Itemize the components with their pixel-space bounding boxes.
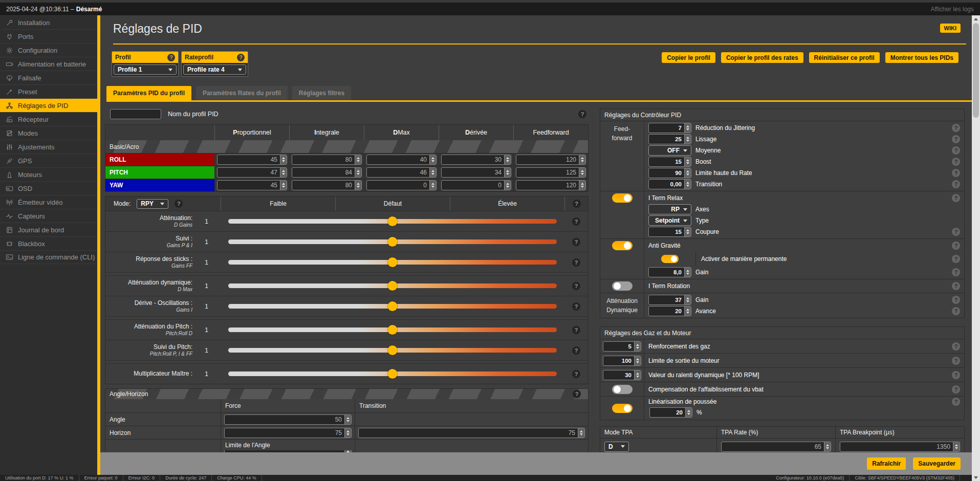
roll-i-input[interactable]: 80 — [292, 155, 362, 165]
sidebar-item-receiver[interactable]: Récepteur — [0, 112, 97, 126]
spinner[interactable] — [504, 155, 511, 164]
slider-knob[interactable] — [388, 301, 398, 311]
help-icon[interactable]: ? — [952, 242, 960, 250]
sidebar-item-blackbox[interactable]: Blackbox — [0, 236, 97, 250]
horizon-transition-input[interactable]: 75 — [358, 428, 585, 438]
help-icon[interactable]: ? — [952, 307, 960, 315]
help-icon[interactable]: ? — [572, 258, 580, 267]
dyn-damping-gain-input[interactable]: 37 — [648, 295, 691, 305]
yaw-d-input[interactable]: 0 — [441, 180, 511, 190]
sidebar-item-modes[interactable]: Modes — [0, 126, 97, 140]
spinner[interactable] — [684, 180, 691, 189]
slider-knob[interactable] — [388, 369, 398, 379]
spinner[interactable] — [355, 168, 361, 177]
help-icon[interactable]: ? — [572, 238, 580, 246]
help-icon[interactable]: ? — [952, 194, 960, 202]
ff-boost-input[interactable]: 15 — [648, 157, 691, 167]
sidebar-item-logbook[interactable]: Journal de bord — [0, 223, 97, 236]
anti-gravity-gain-input[interactable]: 8,0 — [648, 267, 691, 277]
ff-smoothing-input[interactable]: 25 — [648, 134, 691, 144]
iterm-relax-type-select[interactable]: Setpoint — [648, 215, 691, 226]
throttle-boost-input[interactable]: 5 — [603, 341, 641, 352]
yaw-dmax-input[interactable]: 0 — [366, 180, 437, 190]
sidebar-item-adjustments[interactable]: Ajustements — [0, 140, 97, 154]
wiki-button[interactable]: WIKI — [940, 24, 961, 33]
pitch-i-input[interactable]: 84 — [292, 167, 362, 178]
sidebar-item-motors[interactable]: Moteurs — [0, 167, 97, 181]
profile-help-icon[interactable]: ? — [167, 54, 175, 61]
help-icon[interactable]: ? — [952, 124, 960, 132]
pid-profile-name-input[interactable] — [110, 109, 161, 119]
sidebar-item-ports[interactable]: Ports — [0, 29, 97, 43]
vertical-scrollbar[interactable] — [972, 15, 980, 481]
anti-gravity-permanent-toggle[interactable] — [661, 255, 679, 263]
spinner[interactable] — [634, 356, 641, 365]
sidebar-item-preset[interactable]: Preset — [0, 84, 97, 98]
show-all-pids-button[interactable]: Montrer tous les PIDs — [885, 52, 959, 63]
rateprofile-select[interactable]: Profile rate 4 — [183, 64, 246, 75]
help-icon[interactable]: ? — [952, 398, 960, 406]
copy-rateprofile-button[interactable]: Copier le profil des rates — [721, 52, 803, 63]
angle-strength-input[interactable]: 50 — [224, 414, 352, 425]
iterm-relax-axes-select[interactable]: RP — [648, 204, 691, 214]
slider-mode-select[interactable]: RPY — [137, 199, 168, 209]
spinner[interactable] — [685, 408, 692, 417]
spinner[interactable] — [504, 168, 511, 177]
slider-knob[interactable] — [388, 237, 398, 247]
sidebar-item-cli[interactable]: Ligne de commande (CLI) — [0, 250, 97, 264]
help-icon[interactable]: ? — [952, 146, 960, 155]
pitch-d-input[interactable]: 34 — [441, 167, 511, 178]
tab-filter-settings[interactable]: Réglages filtres — [292, 86, 351, 100]
spinner[interactable] — [429, 168, 436, 177]
sidebar-item-osd[interactable]: OSD — [0, 181, 97, 195]
spinner[interactable] — [429, 181, 436, 190]
sidebar-item-power-battery[interactable]: Alimentation et batterie — [0, 57, 97, 71]
sidebar-item-gps[interactable]: GPS — [0, 154, 97, 167]
tab-pid-settings[interactable]: Paramètres PID du profil — [106, 86, 191, 100]
roll-d-input[interactable]: 30 — [441, 155, 511, 165]
spinner[interactable] — [280, 155, 287, 164]
ff-jitter-input[interactable]: 7 — [648, 123, 691, 133]
help-icon[interactable]: ? — [952, 169, 960, 177]
iterm-relax-cutoff-input[interactable]: 15 — [648, 227, 691, 237]
sidebar-item-video-transmitter[interactable]: Émetteur vidéo — [0, 195, 97, 209]
sidebar-item-installation[interactable]: Installation — [0, 15, 97, 29]
help-icon[interactable]: ? — [952, 268, 960, 276]
spinner[interactable] — [578, 428, 584, 438]
spinner[interactable] — [953, 442, 960, 451]
anti-gravity-toggle[interactable] — [612, 241, 633, 250]
sidebar-item-configuration[interactable]: Configuration — [0, 43, 97, 57]
scroll-down-arrow[interactable] — [972, 474, 980, 481]
scrollbar-thumb[interactable] — [973, 23, 979, 118]
copy-profile-button[interactable]: Copier le profil — [662, 52, 715, 63]
roll-ff-input[interactable]: 120 — [516, 155, 586, 165]
slider-knob[interactable] — [388, 281, 398, 291]
angle-horizon-help-icon[interactable]: ? — [573, 390, 581, 398]
spinner[interactable] — [579, 168, 585, 177]
save-button[interactable]: Sauvegarder — [913, 457, 961, 470]
help-icon[interactable]: ? — [952, 371, 960, 379]
tpa-rate-input[interactable]: 65 — [721, 442, 831, 452]
spinner[interactable] — [344, 415, 351, 424]
spinner[interactable] — [684, 227, 691, 236]
horizon-strength-input[interactable]: 75 — [224, 428, 352, 438]
help-icon[interactable]: ? — [952, 255, 960, 263]
help-icon[interactable]: ? — [952, 385, 960, 393]
slider-mode-help-icon[interactable]: ? — [175, 200, 183, 208]
slider-knob[interactable] — [388, 216, 398, 226]
sliders-help-icon[interactable]: ? — [573, 200, 581, 208]
roll-dmax-input[interactable]: 40 — [366, 155, 437, 165]
spinner[interactable] — [280, 168, 287, 177]
dyn-damping-advance-input[interactable]: 20 — [648, 306, 691, 316]
iterm-rotation-toggle[interactable] — [612, 281, 633, 291]
pid-profile-name-help-icon[interactable]: ? — [578, 110, 586, 118]
help-icon[interactable]: ? — [952, 296, 960, 304]
roll-p-input[interactable]: 45 — [217, 155, 287, 165]
spinner[interactable] — [634, 370, 641, 380]
help-icon[interactable]: ? — [952, 282, 960, 290]
spinner[interactable] — [684, 157, 691, 166]
profile-select[interactable]: Profile 1 — [114, 64, 177, 75]
tpa-breakpoint-input[interactable]: 1350 — [840, 442, 960, 452]
help-icon[interactable]: ? — [572, 217, 580, 226]
help-icon[interactable]: ? — [572, 370, 580, 378]
